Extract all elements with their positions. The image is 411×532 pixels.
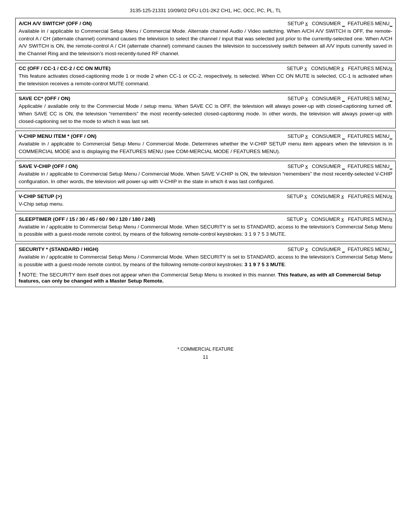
section-v-chip-setup: V-CHIP SETUP (>) SETUP x CONSUMER x FEAT… (15, 191, 396, 211)
section-body-cc: This feature activates closed-captioning… (19, 72, 392, 87)
section-ach-av-switch: A/CH A/V SWITCH* (OFF / ON) SETUP x CONS… (15, 18, 396, 61)
section-v-chip-menu-item: V-CHIP MENU ITEM * (OFF / ON) SETUP x CO… (15, 131, 396, 158)
section-save-v-chip: SAVE V-CHIP (OFF / ON) SETUP x CONSUMER … (15, 161, 396, 189)
section-meta-v-chip-menu-item: SETUP x CONSUMER _ FEATURES MENU_ (288, 133, 392, 139)
page-number: 11 (15, 354, 396, 360)
note-text: NOTE: The SECURITY item itself does not … (19, 272, 381, 284)
section-meta-sleeptimer: SETUP x CONSUMER x FEATURES MENUx (287, 216, 392, 222)
section-title-security: SECURITY * (STANDARD / HIGH) (19, 246, 99, 252)
section-sleeptimer: SLEEPTIMER (OFF / 15 / 30 / 45 / 60 / 90… (15, 214, 396, 241)
section-title-v-chip-menu-item: V-CHIP MENU ITEM * (OFF / ON) (19, 133, 97, 139)
section-security: SECURITY * (STANDARD / HIGH) SETUP x CON… (15, 244, 396, 287)
section-title-sleeptimer: SLEEPTIMER (OFF / 15 / 30 / 45 / 60 / 90… (19, 216, 155, 222)
section-body-save-v-chip: Available in / applicable to Commercial … (19, 170, 392, 185)
section-body-security: Available in / applicable to Commercial … (19, 253, 392, 268)
section-meta-cc: SETUP x CONSUMER x FEATURES MENUx (287, 66, 392, 71)
section-title-cc: CC (OFF / CC-1 / CC-2 / CC ON MUTE) (19, 66, 111, 71)
section-body-save-cc: Applicable / available only to the Comme… (19, 102, 392, 125)
section-body-ach-av-switch: Available in / applicable to Commercial … (19, 27, 392, 57)
section-meta-ach-av-switch: SETUP x CONSUMER _ FEATURES MENU_ (288, 21, 392, 26)
section-title-save-v-chip: SAVE V-CHIP (OFF / ON) (19, 163, 78, 169)
security-note: ! NOTE: The SECURITY item itself does no… (19, 271, 392, 284)
page-footer: * COMMERCIAL FEATURE 11 (15, 347, 396, 360)
section-meta-security: SETUP x CONSUMER _ FEATURES MENU_ (288, 246, 392, 252)
section-meta-v-chip-setup: SETUP x CONSUMER x FEATURES MENUx (287, 193, 392, 199)
section-title-v-chip-setup: V-CHIP SETUP (>) (19, 193, 62, 199)
section-cc: CC (OFF / CC-1 / CC-2 / CC ON MUTE) SETU… (15, 63, 396, 91)
section-body-v-chip-setup: V-Chip setup menu. (19, 200, 392, 208)
section-title-ach-av-switch: A/CH A/V SWITCH* (OFF / ON) (19, 21, 92, 26)
section-body-sleeptimer: Available in / applicable to Commercial … (19, 223, 392, 238)
section-meta-save-v-chip: SETUP x CONSUMER _ FEATURES MENU_ (288, 163, 392, 169)
commercial-feature-label: * COMMERCIAL FEATURE (15, 347, 396, 352)
section-body-v-chip-menu-item: Available in / applicable to Commercial … (19, 140, 392, 155)
section-meta-save-cc: SETUP x CONSUMER _ FEATURES MENU_ (288, 96, 392, 101)
note-exclamation-icon: ! (19, 271, 21, 278)
section-title-save-cc: SAVE CC* (OFF / ON) (19, 96, 70, 101)
page-header: 3135-125-21331 10/09/02 DFU LO1-2K2 CH1,… (15, 8, 396, 15)
section-save-cc: SAVE CC* (OFF / ON) SETUP x CONSUMER _ F… (15, 93, 396, 128)
